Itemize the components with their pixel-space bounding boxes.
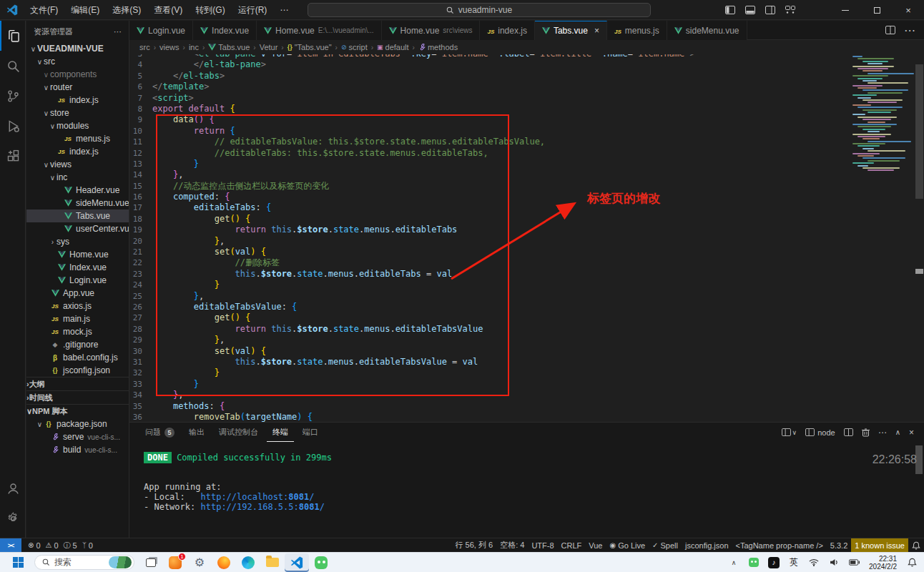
tab-Home.vue[interactable]: Home.vueE:\...\vueadmin\... [257,21,382,40]
close-panel-icon[interactable]: × [909,428,914,438]
taskbar-search[interactable]: 搜索 [34,555,134,570]
explorer-more-icon[interactable]: ⋯ [114,27,122,36]
status-Go Live[interactable]: ◉Go Live [606,538,649,553]
tray-expand-icon[interactable]: ∧ [724,553,743,572]
battery-icon[interactable] [845,553,863,572]
section-NPM 脚本[interactable]: ∨NPM 脚本 [26,404,129,418]
panel-tab-输出[interactable]: 输出 [183,423,210,442]
problems-status[interactable]: ⊗0⚠0ⓘ5ᛉ0 [21,538,97,553]
section-大纲[interactable]: ›大纲 [26,377,129,390]
scrollbar-handle[interactable] [915,64,923,199]
menu-选择(S)[interactable]: 选择(S) [106,0,147,20]
account-icon[interactable] [0,473,26,503]
tree-item-views[interactable]: ∨views [26,158,129,171]
status-CRLF[interactable]: CRLF [558,538,586,553]
breadcrumb-views[interactable]: views [159,43,180,51]
breadcrumb-default[interactable]: ▣default [377,43,409,51]
wifi-icon[interactable] [805,553,823,572]
tab-Tabs.vue[interactable]: Tabs.vue× [535,21,607,40]
panel-scrollbar[interactable] [915,445,923,474]
close-button[interactable]: × [893,0,924,20]
edge-icon[interactable] [236,553,260,572]
tab-menus.js[interactable]: JSmenus.js [607,21,667,40]
tree-item-store[interactable]: ∨store [26,107,129,119]
status-行 56, 列 6[interactable]: 行 56, 列 6 [452,538,497,553]
panel-tab-问题[interactable]: 问题5 [139,423,180,442]
terminal-node-tab[interactable]: node [805,428,835,437]
editor-scrollbar[interactable] [915,54,924,422]
tree-item-mock.js[interactable]: JSmock.js [26,325,129,338]
restore-button[interactable] [861,0,893,20]
files-icon[interactable] [0,21,26,51]
tree-item-sys[interactable]: ›sys [26,235,129,248]
tab-Index.vue[interactable]: Index.vue [193,21,257,40]
breadcrumb-src[interactable]: src [139,43,150,51]
tree-item-index.js[interactable]: JSindex.js [26,145,129,158]
breadcrumb-Vetur[interactable]: Vetur [260,43,278,51]
tree-item-jsconfig.json[interactable]: {}jsconfig.json [26,364,129,377]
terminal-output[interactable]: DONE Compiled successfully in 299ms App … [129,444,913,538]
file-explorer-icon[interactable] [260,553,285,572]
status-空格: 4[interactable]: 空格: 4 [496,538,528,553]
task-view-button[interactable] [139,553,163,572]
tree-item-components[interactable]: ∨components [26,68,129,81]
clock[interactable]: 22:31 2024/2/2 [865,555,901,571]
maximize-panel-icon[interactable]: ∧ [895,428,900,436]
section-时间线[interactable]: ›时间线 [26,390,129,404]
tiktok-icon[interactable]: ♪ [765,553,783,572]
menu-⋯[interactable]: ⋯ [273,0,295,20]
status-1 known issue[interactable]: 1 known issue [851,538,908,553]
tab-Login.vue[interactable]: Login.vue [129,21,193,40]
tree-item-Tabs.vue[interactable]: Tabs.vue [26,209,129,222]
status-Spell[interactable]: ✓Spell [649,538,682,553]
breadcrumb-inc[interactable]: inc [189,43,199,51]
tree-item-inc[interactable]: ∨inc [26,171,129,184]
tray-wechat-icon[interactable] [744,553,763,572]
local-url-link[interactable]: http://localhost:8081/ [200,492,314,502]
tree-item-.gitignore[interactable]: ◆.gitignore [26,338,129,351]
tree-item-index.js[interactable]: JSindex.js [26,94,129,107]
menu-文件(F)[interactable]: 文件(F) [24,0,64,20]
breadcrumb-Tabs.vue[interactable]: Tabs.vue [208,43,250,51]
menu-运行(R)[interactable]: 运行(R) [232,0,274,20]
menu-编辑(E)[interactable]: 编辑(E) [64,0,106,20]
remote-indicator[interactable]: >< [0,538,21,553]
status-<TagName prop-name />[interactable]: <TagName prop-name /> [732,538,827,553]
run-debug-icon[interactable] [0,111,26,141]
tree-item-src[interactable]: ∨src [26,55,129,68]
search-icon[interactable] [0,51,26,81]
ime-indicator[interactable]: 英 [785,553,803,572]
volume-icon[interactable] [825,553,843,572]
tree-item-App.vue[interactable]: App.vue [26,287,129,300]
toggle-sidebar-icon[interactable] [725,6,735,14]
breadcrumb-"Tabs.vue"[interactable]: {}"Tabs.vue" [287,43,332,51]
command-center-search[interactable]: vueadmin-vue [308,3,651,17]
panel-tab-调试控制台[interactable]: 调试控制台 [213,423,264,442]
tree-item-main.js[interactable]: JSmain.js [26,312,129,325]
breadcrumb-script[interactable]: ⊘script [341,43,368,51]
split-terminal-icon[interactable] [844,428,853,436]
notification-app-icon[interactable]: 1 [163,553,187,572]
tree-item-serve[interactable]: servevue-cli-s... [26,430,129,443]
status-UTF-8[interactable]: UTF-8 [528,538,557,553]
settings-gear-icon[interactable] [0,503,26,533]
tree-item-build[interactable]: buildvue-cli-s... [26,443,129,456]
split-editor-icon[interactable] [885,26,895,34]
tree-item-Home.vue[interactable]: Home.vue [26,248,129,261]
tree-item-VUEADMIN-VUE[interactable]: ∨VUEADMIN-VUE [26,42,129,55]
vscode-taskbar-icon[interactable] [285,553,309,572]
tree-item-babel.config.js[interactable]: βbabel.config.js [26,351,129,364]
firefox-icon[interactable] [212,553,236,572]
panel-more-icon[interactable]: ⋯ [878,428,887,438]
menu-转到(G)[interactable]: 转到(G) [189,0,231,20]
settings-app-icon[interactable]: ⚙ [187,553,212,572]
extensions-icon[interactable] [0,141,26,171]
editor-more-icon[interactable]: ⋯ [904,24,915,37]
tree-item-Login.vue[interactable]: Login.vue [26,274,129,287]
breadcrumb-methods[interactable]: methods [418,43,458,51]
toggle-secondary-sidebar-icon[interactable] [765,6,775,14]
tree-item-sideMenu.vue[interactable]: sideMenu.vue [26,197,129,209]
tree-item-modules[interactable]: ∨modules [26,119,129,132]
tree-item-Header.vue[interactable]: Header.vue [26,184,129,197]
minimap[interactable] [852,56,914,177]
